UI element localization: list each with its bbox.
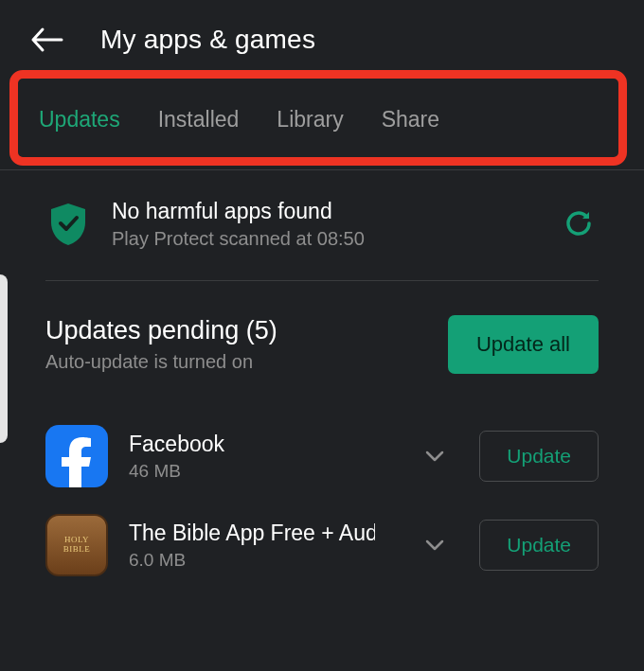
refresh-button[interactable]: [563, 207, 597, 241]
app-row[interactable]: Facebook 46 MB Update: [45, 412, 599, 501]
tabs-highlight-box: Updates Installed Library Share: [9, 70, 627, 166]
auto-update-subtitle: Auto-update is turned on: [45, 351, 277, 373]
app-name: Facebook: [129, 432, 375, 457]
facebook-f-icon: [59, 436, 95, 487]
tab-bar: Updates Installed Library Share: [39, 107, 598, 132]
app-row[interactable]: HOLY BIBLE The Bible App Free + Audio, O…: [45, 501, 599, 590]
play-protect-row[interactable]: No harmful apps found Play Protect scann…: [0, 170, 644, 273]
expand-button[interactable]: [422, 444, 447, 468]
app-icon-facebook: [45, 425, 108, 487]
app-icon-bible: HOLY BIBLE: [45, 514, 108, 576]
app-info: Facebook 46 MB: [129, 432, 402, 482]
app-size: 6.0 MB: [129, 550, 402, 571]
shield-check-icon: [47, 202, 89, 247]
chevron-down-icon: [422, 444, 447, 468]
refresh-icon: [563, 207, 595, 239]
tab-installed[interactable]: Installed: [158, 107, 240, 132]
page-title: My apps & games: [100, 25, 315, 55]
play-protect-title: No harmful apps found: [112, 199, 540, 224]
app-size: 46 MB: [129, 461, 402, 482]
app-info: The Bible App Free + Audio, O 6.0 MB: [129, 521, 402, 571]
header: My apps & games: [0, 0, 644, 70]
system-edge-gesture-pill: [0, 274, 8, 443]
tab-share[interactable]: Share: [382, 107, 439, 132]
back-button[interactable]: [28, 25, 64, 55]
play-protect-text: No harmful apps found Play Protect scann…: [112, 199, 540, 250]
arrow-left-icon: [29, 26, 63, 54]
tab-updates[interactable]: Updates: [39, 107, 120, 132]
tab-library[interactable]: Library: [277, 107, 343, 132]
update-button[interactable]: Update: [479, 520, 599, 571]
update-all-button[interactable]: Update all: [448, 315, 599, 374]
bible-icon-line2: BIBLE: [63, 545, 91, 555]
updates-pending-title: Updates pending (5): [45, 316, 277, 345]
update-button[interactable]: Update: [479, 431, 599, 482]
app-name: The Bible App Free + Audio, O: [129, 521, 375, 546]
updates-pending-row: Updates pending (5) Auto-update is turne…: [0, 281, 644, 383]
expand-button[interactable]: [422, 533, 447, 557]
app-list: Facebook 46 MB Update HOLY BIBLE The Bib…: [0, 383, 644, 590]
play-protect-subtitle: Play Protect scanned at 08:50: [112, 228, 540, 250]
chevron-down-icon: [422, 533, 447, 557]
